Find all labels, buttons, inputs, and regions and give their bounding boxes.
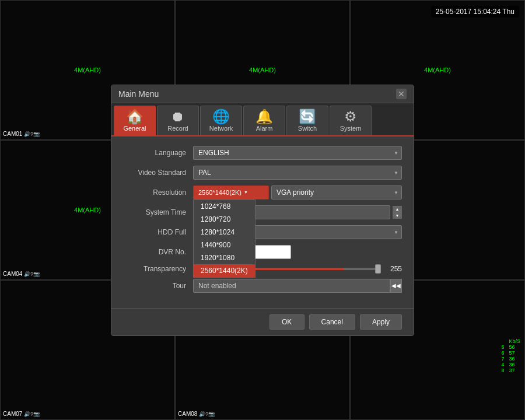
video-standard-select[interactable]: PAL bbox=[193, 166, 402, 180]
tab-bar: 🏠 General ⏺ Record 🌐 Network 🔔 Alarm 🔄 S… bbox=[111, 103, 414, 135]
vga-priority-select[interactable]: VGA priority bbox=[271, 186, 402, 200]
apply-button[interactable]: Apply bbox=[360, 314, 402, 330]
dialog-title-bar: Main Menu ✕ bbox=[111, 85, 414, 103]
dialog-body: Language ENGLISH Video Standard PAL bbox=[111, 135, 414, 308]
resolution-row: Resolution 2560*1440(2K) ▼ 1024*768 bbox=[123, 186, 402, 200]
tab-alarm-label: Alarm bbox=[256, 125, 273, 132]
hdd-full-row: HDD Full write bbox=[123, 225, 402, 239]
tour-control: ◀◀ bbox=[193, 279, 402, 293]
res-option-1280-1024[interactable]: 1280*1024 bbox=[194, 226, 255, 239]
tab-switch-label: Switch bbox=[298, 125, 317, 132]
tab-network[interactable]: 🌐 Network bbox=[200, 106, 242, 135]
tab-general[interactable]: 🏠 General bbox=[114, 106, 156, 135]
resolution-dropdown-button[interactable]: 2560*1440(2K) ▼ bbox=[193, 186, 269, 200]
vga-select-wrapper: VGA priority bbox=[271, 186, 402, 200]
record-icon: ⏺ bbox=[171, 110, 185, 124]
resolution-main-select: 2560*1440(2K) ▼ 1024*768 1280*720 1280*1… bbox=[193, 186, 269, 200]
res-option-1440[interactable]: 1440*900 bbox=[194, 239, 255, 251]
language-select-wrapper: ENGLISH bbox=[193, 146, 402, 160]
network-icon: 🌐 bbox=[212, 110, 230, 124]
dvr-no-row: DVR No. bbox=[123, 245, 402, 259]
ok-button[interactable]: OK bbox=[270, 314, 304, 330]
tab-general-label: General bbox=[123, 125, 146, 132]
dialog-title: Main Menu bbox=[118, 89, 159, 99]
resolution-control: 2560*1440(2K) ▼ 1024*768 1280*720 1280*1… bbox=[193, 186, 402, 200]
system-time-label: System Time bbox=[123, 208, 193, 216]
transparency-row: Transparency 255 bbox=[123, 265, 402, 273]
tour-input[interactable] bbox=[193, 279, 390, 293]
general-icon: 🏠 bbox=[126, 110, 144, 124]
dvr-no-label: DVR No. bbox=[123, 248, 193, 256]
resolution-label: Resolution bbox=[123, 188, 193, 197]
language-control: ENGLISH bbox=[193, 146, 402, 160]
language-label: Language bbox=[123, 149, 193, 157]
resolution-value: 2560*1440(2K) bbox=[198, 189, 242, 196]
video-standard-control: PAL bbox=[193, 166, 402, 180]
hdd-full-label: HDD Full bbox=[123, 228, 193, 236]
resolution-dropdown-popup: 1024*768 1280*720 1280*1024 1440*900 192… bbox=[193, 200, 256, 278]
video-standard-select-wrapper: PAL bbox=[193, 166, 402, 180]
dialog-footer: OK Cancel Apply bbox=[111, 308, 414, 335]
tab-network-label: Network bbox=[209, 125, 233, 132]
switch-icon: 🔄 bbox=[299, 110, 316, 124]
tour-arrows: ◀◀ bbox=[390, 279, 402, 293]
alarm-icon: 🔔 bbox=[256, 110, 273, 124]
res-option-1024[interactable]: 1024*768 bbox=[194, 200, 255, 213]
tab-system[interactable]: ⚙ System bbox=[330, 106, 372, 135]
tab-record-label: Record bbox=[167, 125, 188, 132]
resolution-arrow-icon: ▼ bbox=[244, 190, 248, 194]
tour-row: Tour ◀◀ bbox=[123, 279, 402, 293]
video-standard-label: Video Standard bbox=[123, 169, 193, 177]
transparency-label: Transparency bbox=[123, 265, 193, 273]
tab-alarm[interactable]: 🔔 Alarm bbox=[243, 106, 285, 135]
time-up-button[interactable]: ▲ bbox=[393, 206, 402, 212]
res-option-1920[interactable]: 1920*1080 bbox=[194, 251, 255, 264]
cancel-button[interactable]: Cancel bbox=[309, 314, 355, 330]
system-time-row: System Time ▲ ▼ bbox=[123, 205, 402, 219]
time-arrows: ▲ ▼ bbox=[393, 206, 402, 219]
video-standard-row: Video Standard PAL bbox=[123, 166, 402, 180]
system-icon: ⚙ bbox=[344, 110, 357, 124]
tab-system-label: System bbox=[340, 125, 362, 132]
res-option-2560[interactable]: 2560*1440(2K) bbox=[194, 264, 255, 277]
tour-prev-button[interactable]: ◀◀ bbox=[390, 279, 402, 293]
res-option-1280-720[interactable]: 1280*720 bbox=[194, 213, 255, 226]
dialog-close-button[interactable]: ✕ bbox=[396, 89, 407, 99]
main-menu-dialog: Main Menu ✕ 🏠 General ⏺ Record 🌐 Network… bbox=[111, 85, 414, 336]
transparency-value: 255 bbox=[386, 265, 402, 273]
tab-switch[interactable]: 🔄 Switch bbox=[286, 106, 328, 135]
resolution-combined: 2560*1440(2K) ▼ 1024*768 1280*720 1280*1… bbox=[193, 186, 402, 200]
tab-record[interactable]: ⏺ Record bbox=[157, 106, 199, 135]
language-row: Language ENGLISH bbox=[123, 146, 402, 160]
time-down-button[interactable]: ▼ bbox=[393, 212, 402, 219]
modal-overlay: Main Menu ✕ 🏠 General ⏺ Record 🌐 Network… bbox=[0, 0, 525, 420]
tour-label: Tour bbox=[123, 282, 193, 290]
language-select[interactable]: ENGLISH bbox=[193, 146, 402, 160]
